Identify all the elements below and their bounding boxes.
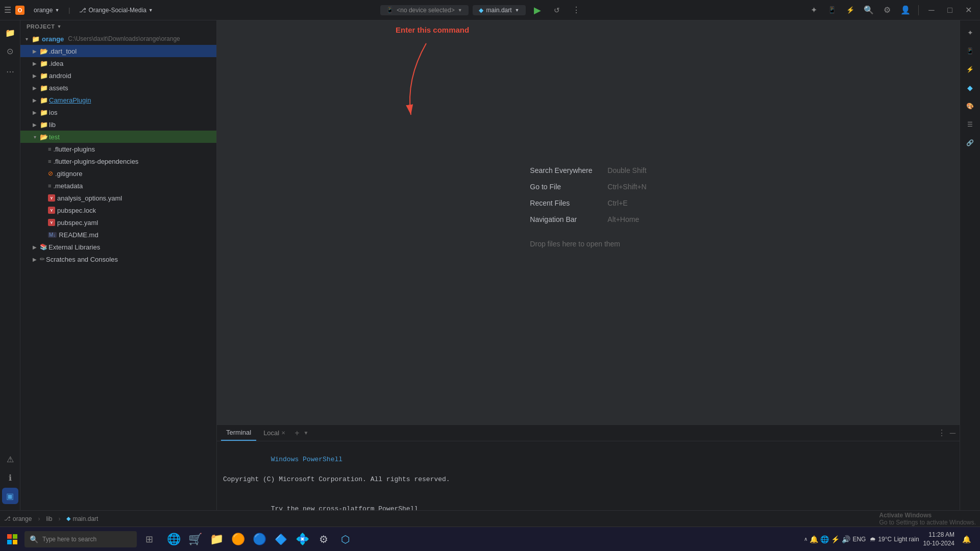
tray-icon-2[interactable]: 🌐 bbox=[820, 535, 829, 543]
add-terminal-button[interactable]: + bbox=[292, 429, 301, 438]
flutter-right-icon[interactable]: ◆ bbox=[962, 80, 978, 96]
minimize-button[interactable]: ─ bbox=[924, 3, 939, 18]
task-view-button[interactable]: ⊞ bbox=[139, 527, 159, 552]
taskbar-app-settings[interactable]: ⚙ bbox=[313, 529, 334, 549]
root-label: orange bbox=[42, 35, 64, 43]
tray-icon-3[interactable]: ⚡ bbox=[831, 535, 840, 543]
left-icon-bar: 📁 ⊙ ⋯ ⚠ ℹ ▣ ⌥ bbox=[0, 20, 20, 527]
editor-area: Search Everywhere Double Shift Go to Fil… bbox=[217, 20, 960, 527]
tree-item-test[interactable]: ▾ 📂 test bbox=[20, 131, 216, 143]
tree-item-dart-tool[interactable]: ▶ 📂 .dart_tool bbox=[20, 45, 216, 57]
tree-item-pubspec-lock[interactable]: ▶ Y pubspec.lock bbox=[20, 204, 216, 216]
terminal-more-button[interactable]: ⋮ bbox=[938, 428, 946, 438]
git-branch-status[interactable]: ⎇ orange bbox=[4, 515, 32, 522]
taskbar-apps: 🌐 🛒 📁 🟠 🔵 🔷 💠 ⚙ ⬡ bbox=[163, 529, 355, 549]
tree-item-flutter-plugins-deps[interactable]: ▶ ≡ .flutter-plugins-dependencies bbox=[20, 155, 216, 167]
editor-content: Search Everywhere Double Shift Go to Fil… bbox=[217, 20, 960, 424]
tree-item-metadata[interactable]: ▶ ≡ .metadata bbox=[20, 180, 216, 192]
tree-item-external-libs[interactable]: ▶ 📚 External Libraries bbox=[20, 241, 216, 253]
search-everywhere-button[interactable]: 🔍 bbox=[861, 3, 876, 18]
taskbar-app-cortana[interactable]: 🌐 bbox=[163, 529, 184, 549]
taskbar-app-intellij[interactable]: 💠 bbox=[292, 529, 312, 549]
list-right-icon[interactable]: ☰ bbox=[962, 116, 978, 133]
stop-button[interactable]: ↺ bbox=[549, 3, 565, 18]
run-button[interactable]: ▶ bbox=[530, 3, 545, 18]
maximize-button[interactable]: □ bbox=[942, 3, 958, 18]
palette-right-icon[interactable]: 🎨 bbox=[962, 98, 978, 114]
link-right-icon[interactable]: 🔗 bbox=[962, 135, 978, 151]
taskbar-app-explorer[interactable]: 📁 bbox=[206, 529, 227, 549]
device-right-icon[interactable]: 📱 bbox=[962, 43, 978, 59]
notifications-button[interactable]: ✦ bbox=[806, 3, 821, 18]
shortcut-row-recent: Recent Files Ctrl+E bbox=[530, 199, 646, 207]
account-button[interactable]: 👤 bbox=[898, 3, 913, 18]
expand-arrow: ▶ bbox=[31, 122, 39, 128]
file-explorer-icon[interactable]: 📁 bbox=[2, 24, 18, 41]
more-icon[interactable]: ⋯ bbox=[2, 63, 18, 80]
tray-icon-4[interactable]: 🔊 bbox=[842, 535, 850, 543]
more-actions-button[interactable]: ⋮ bbox=[569, 3, 584, 18]
tree-item-lib[interactable]: ▶ 📁 lib bbox=[20, 118, 216, 131]
power-button[interactable]: ⚡ bbox=[843, 3, 858, 18]
scratches-label: Scratches and Consoles bbox=[46, 256, 118, 263]
taskbar-app-chrome[interactable]: 🔵 bbox=[249, 529, 270, 549]
tree-item-android[interactable]: ▶ 📁 android bbox=[20, 69, 216, 82]
local-tab-close[interactable]: ✕ bbox=[281, 430, 285, 436]
tray-up-arrow[interactable]: ∧ bbox=[804, 536, 807, 542]
problems-icon[interactable]: ⚠ bbox=[2, 451, 18, 467]
taskbar-app-1[interactable]: 🟠 bbox=[228, 529, 248, 549]
notification-center-button[interactable]: 🔔 bbox=[959, 532, 974, 547]
tree-item-flutter-plugins[interactable]: ▶ ≡ .flutter-plugins bbox=[20, 143, 216, 155]
local-tab[interactable]: Local ✕ bbox=[258, 425, 290, 441]
hamburger-icon[interactable]: ☰ bbox=[4, 5, 11, 15]
search-everywhere-key: Double Shift bbox=[607, 166, 646, 174]
project-name-button[interactable]: orange ▼ bbox=[29, 5, 64, 15]
close-button[interactable]: ✕ bbox=[961, 3, 976, 18]
taskbar-clock[interactable]: 11:28 AM 10-10-2024 bbox=[923, 531, 954, 548]
run-file-selector[interactable]: ◆ main.dart ▼ bbox=[473, 5, 526, 15]
file-status[interactable]: ◆ main.dart bbox=[66, 515, 98, 522]
tree-item-readme[interactable]: ▶ M↓ README.md bbox=[20, 229, 216, 241]
branch-button[interactable]: ⎇ Orange-Social-Media ▼ bbox=[74, 5, 158, 15]
tray-icon-5[interactable]: ENG bbox=[852, 536, 866, 543]
android-icon[interactable]: ▣ bbox=[2, 488, 18, 504]
terminal-dropdown-button[interactable]: ▼ bbox=[304, 430, 309, 436]
power-right-icon[interactable]: ⚡ bbox=[962, 61, 978, 78]
activate-windows-watermark: Activate Windows Go to Settings to activ… bbox=[879, 512, 976, 526]
device-selector[interactable]: 📱 <no device selected> ▼ bbox=[380, 5, 468, 15]
device-manager-button[interactable]: 📱 bbox=[824, 3, 840, 18]
external-libs-label: External Libraries bbox=[48, 243, 100, 251]
tree-item-idea[interactable]: ▶ 📁 .idea bbox=[20, 57, 216, 69]
folder-icon: 📁 bbox=[40, 72, 48, 80]
tray-icon-1[interactable]: 🔔 bbox=[810, 535, 818, 543]
info-icon[interactable]: ℹ bbox=[2, 469, 18, 486]
taskbar-app-store[interactable]: 🛒 bbox=[185, 529, 205, 549]
lib-path-status[interactable]: lib bbox=[46, 515, 52, 522]
tree-item-assets[interactable]: ▶ 📁 assets bbox=[20, 82, 216, 94]
tree-item-scratches[interactable]: ▶ ✏ Scratches and Consoles bbox=[20, 253, 216, 265]
tree-item-analysis-options[interactable]: ▶ Y analysis_options.yaml bbox=[20, 192, 216, 204]
assets-label: assets bbox=[49, 84, 68, 92]
taskbar-app-vscode[interactable]: 🔷 bbox=[271, 529, 291, 549]
project-header-label: Project bbox=[27, 23, 55, 30]
taskbar-app-flutter[interactable]: ⬡ bbox=[335, 529, 355, 549]
terminal-line-1: Windows PowerShell bbox=[223, 444, 953, 474]
start-button[interactable] bbox=[0, 527, 24, 552]
flutter-plugins-label: .flutter-plugins bbox=[53, 145, 95, 153]
commit-icon[interactable]: ⊙ bbox=[2, 43, 18, 59]
tree-root-orange[interactable]: ▾ 📁 orange C:\Users\daxit\Downloads\oran… bbox=[20, 33, 216, 45]
tree-item-ios[interactable]: ▶ 📁 ios bbox=[20, 106, 216, 118]
notifications-right-icon[interactable]: ✦ bbox=[962, 24, 978, 41]
status-bar: ⎇ orange › lib › ◆ main.dart Activate Wi… bbox=[0, 510, 980, 527]
settings-button[interactable]: ⚙ bbox=[879, 3, 895, 18]
search-placeholder: Type here to search bbox=[42, 536, 96, 543]
terminal-tab[interactable]: Terminal bbox=[221, 425, 256, 441]
terminal-minimize-button[interactable]: ─ bbox=[950, 429, 955, 438]
idea-label: .idea bbox=[49, 60, 63, 67]
titlebar: ☰ O orange ▼ | ⎇ Orange-Social-Media ▼ 📱… bbox=[0, 0, 980, 20]
tree-item-gitignore[interactable]: ▶ ⊘ .gitignore bbox=[20, 167, 216, 180]
tree-item-pubspec-yaml[interactable]: ▶ Y pubspec.yaml bbox=[20, 216, 216, 229]
taskbar-search[interactable]: 🔍 Type here to search bbox=[24, 531, 137, 547]
branch-name-label: Orange-Social-Media bbox=[88, 7, 146, 14]
tree-item-camera-plugin[interactable]: ▶ 📁 CameraPlugin bbox=[20, 94, 216, 106]
